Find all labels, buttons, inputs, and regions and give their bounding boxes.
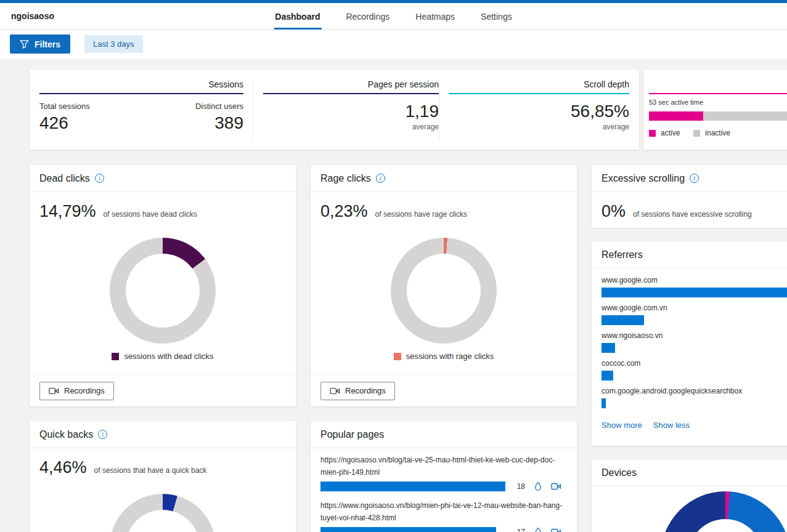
tab-settings[interactable]: Settings [479,3,513,30]
sessions-title: Sessions [39,79,243,89]
rage-clicks-swatch [394,353,401,360]
dead-clicks-recordings-label: Recordings [64,386,105,395]
sessions-accent-rule [39,93,243,94]
rage-clicks-recordings-label: Recordings [345,386,386,395]
dead-clicks-swatch [112,353,119,360]
info-icon[interactable] [690,174,699,183]
popular-page-url: https://ngoisaoso.vn/blog/tai-ve-25-mau-… [320,454,567,478]
dead-clicks-desc: of sessions have dead clicks [104,210,197,219]
popular-page-url: https://www.ngoisaoso.vn/blog/mien-phi-t… [320,499,567,524]
active-time-card: 53 sec active time active inactive [644,70,787,150]
referrers-title: Referrers [601,249,643,260]
referrer-bar [601,288,787,297]
summary-divider [439,79,439,140]
total-sessions-label: Total sessions [39,102,90,111]
referrer-item: coccoc.com [601,359,787,381]
referrer-bar [601,398,606,408]
recordings-camera-icon[interactable] [551,528,561,532]
active-time-legend: active inactive [649,129,730,137]
dead-clicks-recordings-button[interactable]: Recordings [39,382,114,400]
dead-clicks-legend-label: sessions with dead clicks [124,352,213,361]
dead-clicks-donut [110,238,216,344]
summary-card: Sessions Total sessions 426 Distinct use… [30,70,639,150]
project-name[interactable]: ngoisaoso [11,11,54,21]
dead-clicks-value: 14,79% [39,202,96,221]
video-camera-icon [330,387,340,395]
excessive-scrolling-card: Excessive scrolling 0% of sessions have … [592,165,787,228]
tab-dashboard[interactable]: Dashboard [274,3,321,30]
scroll-depth-title: Scroll depth [449,79,629,89]
dead-clicks-card: Dead clicks 14,79% of sessions have dead… [30,165,296,406]
popular-pages-card: Popular pages https://ngoisaoso.vn/blog/… [311,421,577,532]
total-sessions-metric: Total sessions 426 [39,102,90,133]
tab-recordings[interactable]: Recordings [345,3,391,30]
show-less-link[interactable]: Show less [653,421,690,430]
pages-per-session-accent-rule [263,93,439,94]
active-time-bar [649,111,787,121]
distinct-users-label: Distinct users [195,102,243,111]
referrers-card: Referrers www.google.com www.google.com.… [592,241,787,446]
inactive-swatch [693,130,700,137]
referrer-label: www.ngoisaoso.vn [601,331,787,340]
referrer-label: coccoc.com [601,359,787,368]
pages-per-session-title: Pages per session [263,79,439,89]
dead-clicks-title: Dead clicks [39,173,90,184]
info-icon[interactable] [95,174,104,183]
distinct-users-metric: Distinct users 389 [195,102,243,133]
summary-divider [253,79,253,140]
quick-backs-value: 4,46% [39,458,87,477]
referrer-item: www.google.com.vn [601,304,787,325]
heatmap-droplet-icon[interactable] [534,527,542,532]
app-header: ngoisaoso Dashboard Recordings Heatmaps … [0,3,787,30]
devices-donut [661,491,787,532]
excessive-scrolling-value: 0% [601,202,626,221]
active-legend-label: active [661,129,680,137]
rage-clicks-legend-label: sessions with rage clicks [406,352,494,361]
filters-button-label: Filters [35,39,60,49]
referrer-item: com.google.android.googlequicksearchbox [601,387,787,408]
referrer-bar [601,315,644,325]
popular-pages-title: Popular pages [320,429,384,440]
active-time-label: 53 sec active time [649,99,703,106]
rage-clicks-card: Rage clicks 0,23% of sessions have rage … [311,165,577,406]
popular-page-item: https://ngoisaoso.vn/blog/tai-ve-25-mau-… [311,448,577,494]
inactive-legend-label: inactive [705,129,730,137]
tab-heatmaps[interactable]: Heatmaps [414,3,456,30]
recordings-camera-icon[interactable] [551,482,561,491]
quick-backs-desc: of sessions that have a quick back [94,466,207,475]
rage-clicks-title: Rage clicks [320,173,371,184]
rage-clicks-value: 0,23% [320,202,368,221]
date-range-chip[interactable]: Last 3 days [84,35,143,53]
popular-page-item: https://www.ngoisaoso.vn/blog/mien-phi-t… [311,494,577,532]
distinct-users-value: 389 [195,113,243,133]
rage-clicks-legend: sessions with rage clicks [311,352,577,361]
info-icon[interactable] [98,430,107,439]
devices-card: Devices [592,459,787,532]
active-time-accent-rule [649,93,787,94]
referrer-label: com.google.android.googlequicksearchbox [601,387,787,395]
info-icon[interactable] [376,174,385,183]
active-swatch [649,130,656,137]
heatmap-droplet-icon[interactable] [534,482,542,491]
popular-page-bar [320,482,505,491]
excessive-scrolling-title: Excessive scrolling [601,173,685,184]
show-more-link[interactable]: Show more [601,421,642,430]
dead-clicks-legend: sessions with dead clicks [30,352,296,361]
referrer-item: www.ngoisaoso.vn [601,331,787,353]
pages-per-session-summary: Pages per session 1,19 average [263,79,439,131]
rage-clicks-recordings-button[interactable]: Recordings [320,382,395,400]
scroll-depth-summary: Scroll depth 56,85% average [449,79,629,131]
filter-funnel-icon [20,39,29,49]
referrers-list: www.google.com www.google.com.vn www.ngo… [592,268,787,408]
filters-button[interactable]: Filters [10,34,70,54]
main-nav: Dashboard Recordings Heatmaps Settings [274,3,513,30]
dashboard-content: Sessions Total sessions 426 Distinct use… [0,58,787,532]
scroll-depth-accent-rule [449,93,629,94]
devices-title: Devices [601,467,637,478]
quick-backs-donut [110,494,216,532]
rage-clicks-desc: of sessions have rage clicks [375,210,467,219]
popular-pages-list: https://ngoisaoso.vn/blog/tai-ve-25-mau-… [311,448,577,532]
pages-per-session-value: 1,19 [263,102,439,121]
rage-clicks-donut [391,238,497,344]
clarity-dashboard: ngoisaoso Dashboard Recordings Heatmaps … [0,0,787,532]
